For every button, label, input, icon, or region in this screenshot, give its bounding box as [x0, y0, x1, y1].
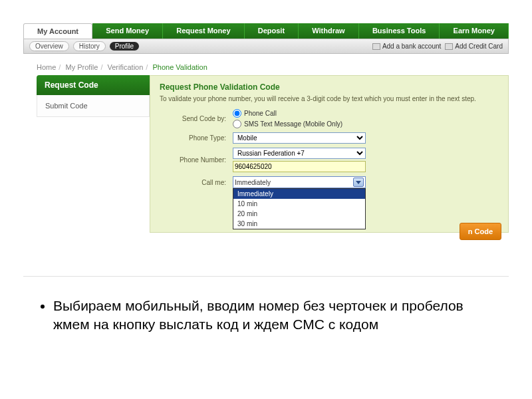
label-send-by: Send Code by: — [160, 115, 233, 122]
panel-title: Request Phone Validation Code — [160, 82, 499, 92]
tab-business-tools[interactable]: Business Tools — [359, 23, 440, 39]
crumb-home[interactable]: Home — [37, 63, 56, 71]
divider — [23, 276, 509, 277]
instruction-item: Выбираем мобильный, вводим номер без чер… — [53, 297, 492, 334]
card-icon — [445, 43, 453, 50]
panel-desc: To validate your phone number, you will … — [160, 94, 499, 104]
radio-phone-call-label: Phone Call — [244, 110, 277, 117]
radio-sms-input[interactable] — [233, 120, 241, 128]
crumb-profile[interactable]: My Profile — [65, 63, 98, 71]
bank-icon — [372, 43, 380, 50]
instruction-bullets: Выбираем мобильный, вводим номер без чер… — [53, 297, 492, 334]
link-add-card[interactable]: Add Credit Card — [445, 43, 503, 50]
left-sidebar: Request Code Submit Code — [37, 75, 150, 233]
tab-my-account[interactable]: My Account — [23, 23, 92, 39]
crumb-verification[interactable]: Verification — [108, 63, 144, 71]
callme-options-list: Immediately 10 min 20 min 30 min — [233, 188, 366, 229]
label-phone-number: Phone Number: — [160, 156, 233, 164]
tab-withdraw[interactable]: Withdraw — [299, 23, 359, 39]
callme-option-immediately[interactable]: Immediately — [233, 189, 365, 199]
radio-sms-label: SMS Text Message (Mobile Only) — [244, 120, 342, 128]
main-nav: My Account Send Money Request Money Depo… — [23, 23, 509, 39]
radio-phone-call[interactable]: Phone Call — [233, 109, 499, 118]
radio-sms[interactable]: SMS Text Message (Mobile Only) — [233, 120, 499, 128]
callme-dropdown[interactable]: Immediately Immediately 10 min 20 min 30… — [233, 176, 366, 188]
subnav-history[interactable]: History — [73, 41, 106, 51]
callme-option-10min[interactable]: 10 min — [233, 199, 365, 209]
request-code-button[interactable]: n Code — [460, 223, 501, 240]
tab-deposit[interactable]: Deposit — [245, 23, 299, 39]
select-phone-type[interactable]: Mobile — [233, 132, 366, 144]
callme-option-20min[interactable]: 20 min — [233, 209, 365, 219]
callme-option-30min[interactable]: 30 min — [233, 219, 365, 229]
subnav-profile[interactable]: Profile — [110, 42, 139, 51]
label-phone-type: Phone Type: — [160, 134, 233, 142]
tab-earn-money[interactable]: Earn Money — [440, 23, 509, 39]
crumb-current: Phone Validation — [152, 63, 207, 71]
radio-phone-call-input[interactable] — [233, 109, 241, 118]
chevron-down-icon[interactable] — [353, 178, 364, 187]
phone-number-input[interactable] — [233, 161, 366, 172]
select-country-code[interactable]: Russian Federation +7 — [233, 148, 366, 159]
callme-value: Immediately — [235, 179, 271, 186]
breadcrumb: Home/ My Profile/ Verification/ Phone Va… — [37, 63, 509, 71]
tab-request-money[interactable]: Request Money — [163, 23, 245, 39]
subnav-overview[interactable]: Overview — [29, 41, 69, 51]
link-add-bank[interactable]: Add a bank account — [372, 43, 441, 50]
sidebar-head-request-code[interactable]: Request Code — [37, 75, 150, 95]
sub-nav: Overview History Profile Add a bank acco… — [23, 39, 509, 54]
form-panel: Request Phone Validation Code To validat… — [150, 75, 509, 233]
tab-send-money[interactable]: Send Money — [92, 23, 163, 39]
sidebar-item-submit-code[interactable]: Submit Code — [37, 95, 150, 117]
label-call-me: Call me: — [160, 179, 233, 186]
